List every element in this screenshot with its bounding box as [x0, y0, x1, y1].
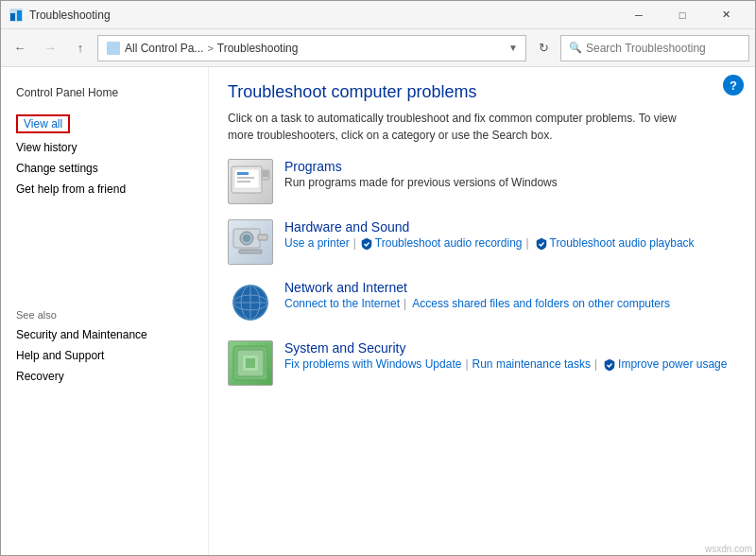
view-all-link[interactable]: View all	[24, 117, 62, 130]
shield-icon-audio-recording	[360, 237, 373, 251]
system-name[interactable]: System and Security	[284, 340, 736, 356]
shield-icon-power	[603, 358, 616, 372]
breadcrumb-part1: All Control Pa...	[125, 42, 203, 55]
sidebar-spacer	[1, 200, 208, 294]
address-field[interactable]: All Control Pa... > Troubleshooting ▼	[97, 35, 526, 61]
window-title: Troubleshooting	[29, 9, 617, 22]
access-shared-link[interactable]: Access shared files and folders on other…	[412, 297, 670, 310]
svg-rect-14	[258, 235, 267, 240]
programs-icon	[228, 159, 273, 204]
address-icon	[106, 41, 121, 56]
troubleshoot-audio-recording-link[interactable]: Troubleshoot audio recording	[375, 236, 523, 250]
category-system: System and Security Fix problems with Wi…	[228, 340, 736, 386]
hardware-icon	[228, 219, 273, 265]
maximize-button[interactable]: □	[661, 1, 704, 29]
sidebar-item-change-settings[interactable]: Change settings	[1, 158, 208, 179]
svg-rect-2	[17, 10, 22, 21]
category-programs: Programs Run programs made for previous …	[228, 159, 736, 204]
programs-name[interactable]: Programs	[284, 159, 736, 174]
troubleshoot-audio-playback-link[interactable]: Troubleshoot audio playback	[550, 236, 695, 250]
svg-point-13	[243, 235, 250, 242]
sep3: |	[404, 297, 406, 310]
help-button[interactable]: ?	[723, 75, 744, 96]
hardware-links: Use a printer | Troubleshoot audio recor…	[284, 236, 736, 251]
page-description: Click on a task to automatically trouble…	[228, 110, 681, 144]
sep2: |	[525, 236, 528, 250]
page-title: Troubleshoot computer problems	[228, 82, 736, 102]
close-button[interactable]: ✕	[704, 1, 747, 29]
svg-rect-10	[263, 171, 268, 177]
content-area: ? Troubleshoot computer problems Click o…	[209, 67, 755, 555]
connect-internet-link[interactable]: Connect to the Internet	[284, 297, 400, 310]
sidebar-item-view-history[interactable]: View history	[1, 137, 208, 158]
run-maintenance-link[interactable]: Run maintenance tasks	[472, 357, 591, 371]
network-links: Connect to the Internet | Access shared …	[284, 297, 736, 310]
up-button[interactable]: ↑	[67, 35, 94, 61]
shield-power	[603, 357, 616, 372]
watermark: wsxdn.com	[705, 544, 752, 554]
network-name[interactable]: Network and Internet	[284, 280, 736, 295]
fix-windows-update-link[interactable]: Fix problems with Windows Update	[284, 357, 461, 371]
refresh-button[interactable]: ↻	[530, 35, 557, 61]
hardware-name[interactable]: Hardware and Sound	[284, 219, 736, 235]
use-printer-link[interactable]: Use a printer	[284, 236, 350, 250]
main-content: Control Panel Home View all View history…	[1, 67, 755, 555]
programs-icon-svg	[230, 161, 271, 202]
hardware-icon-svg	[230, 221, 271, 263]
breadcrumb-part2: Troubleshooting	[217, 42, 299, 55]
title-bar: Troubleshooting ─ □ ✕	[1, 1, 755, 29]
shield-icon-audio-playback	[535, 237, 548, 251]
sidebar-item-get-help[interactable]: Get help from a friend	[1, 179, 208, 200]
sidebar: Control Panel Home View all View history…	[1, 67, 209, 555]
system-links: Fix problems with Windows Update | Run m…	[284, 357, 736, 372]
address-bar: ← → ↑ All Control Pa... > Troubleshootin…	[1, 29, 755, 67]
shield-audio-recording	[360, 236, 373, 251]
network-icon	[228, 280, 273, 325]
shield-audio-playback	[535, 236, 548, 251]
improve-power-link[interactable]: Improve power usage	[618, 357, 727, 371]
programs-links: Run programs made for previous versions …	[284, 176, 736, 189]
search-box[interactable]: 🔍	[560, 35, 749, 61]
search-input[interactable]	[586, 42, 741, 55]
svg-rect-25	[246, 358, 255, 368]
svg-rect-3	[107, 42, 120, 55]
sidebar-item-help-support[interactable]: Help and Support	[1, 345, 208, 366]
sidebar-item-security[interactable]: Security and Maintenance	[1, 324, 208, 345]
back-button[interactable]: ←	[7, 35, 33, 61]
system-content: System and Security Fix problems with Wi…	[284, 340, 736, 372]
sidebar-item-view-all[interactable]: View all	[1, 111, 208, 137]
breadcrumb: All Control Pa... > Troubleshooting	[106, 41, 505, 56]
see-also-title: See also	[1, 294, 208, 324]
network-icon-svg	[230, 282, 271, 323]
breadcrumb-separator: >	[207, 43, 213, 54]
svg-rect-8	[237, 181, 250, 182]
sep4: |	[465, 357, 468, 371]
programs-content: Programs Run programs made for previous …	[284, 159, 736, 189]
minimize-button[interactable]: ─	[617, 1, 661, 29]
address-chevron-icon[interactable]: ▼	[508, 43, 518, 53]
svg-rect-15	[239, 250, 262, 253]
sidebar-control-panel-home[interactable]: Control Panel Home	[1, 82, 208, 103]
category-hardware: Hardware and Sound Use a printer | Troub…	[228, 219, 736, 265]
network-content: Network and Internet Connect to the Inte…	[284, 280, 736, 310]
sep1: |	[353, 236, 356, 250]
svg-rect-7	[237, 177, 254, 179]
hardware-content: Hardware and Sound Use a printer | Troub…	[284, 219, 736, 251]
svg-rect-1	[10, 13, 15, 21]
system-icon	[228, 340, 273, 386]
system-icon-svg	[230, 342, 271, 384]
forward-button[interactable]: →	[37, 35, 63, 61]
main-window: Troubleshooting ─ □ ✕ ← → ↑ All Control …	[0, 0, 756, 556]
category-list: Programs Run programs made for previous …	[228, 159, 736, 386]
svg-rect-6	[237, 172, 249, 175]
category-network: Network and Internet Connect to the Inte…	[228, 280, 736, 325]
programs-desc: Run programs made for previous versions …	[284, 176, 558, 189]
sidebar-item-recovery[interactable]: Recovery	[1, 366, 208, 387]
sep5: |	[594, 357, 597, 371]
app-icon	[9, 8, 24, 23]
search-icon: 🔍	[569, 42, 582, 54]
window-controls: ─ □ ✕	[617, 1, 747, 29]
